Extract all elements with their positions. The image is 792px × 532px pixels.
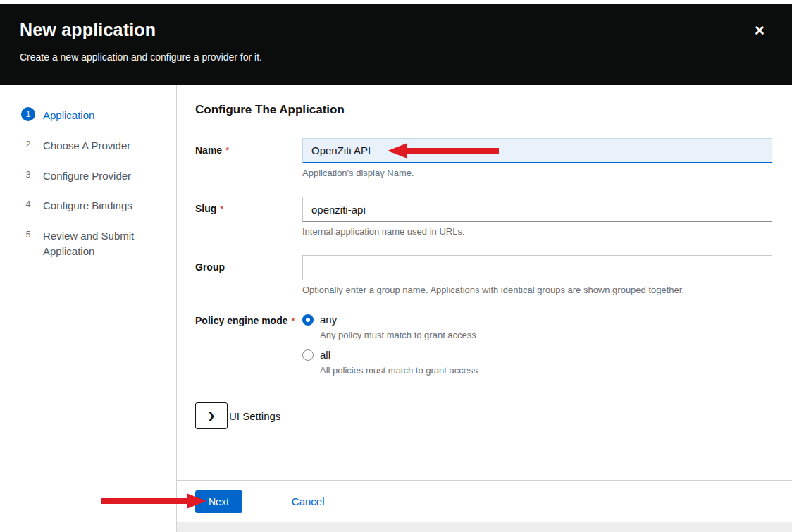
group-label: Group	[195, 255, 302, 295]
cancel-link[interactable]: Cancel	[292, 495, 325, 507]
wizard-step-configure-provider[interactable]: 3 Configure Provider	[21, 161, 165, 191]
modal-description: Create a new application and configure a…	[20, 51, 772, 63]
slug-helper-text: Internal application name used in URLs.	[302, 226, 772, 237]
step-label: Configure Provider	[43, 168, 131, 184]
step-number: 4	[21, 197, 35, 211]
step-number: 2	[21, 137, 35, 151]
radio-all-unselected[interactable]	[302, 349, 314, 361]
next-button[interactable]: Next	[195, 490, 242, 513]
new-application-modal: New application Create a new application…	[0, 0, 792, 532]
step-number: 3	[21, 168, 35, 182]
page-title: Configure The Application	[195, 103, 772, 117]
modal-title: New application	[20, 20, 772, 40]
name-label: Name*	[195, 138, 302, 178]
slug-field[interactable]	[302, 197, 772, 222]
ui-settings-expand-button[interactable]: ❯	[195, 402, 228, 429]
form-content: Configure The Application Name* Applicat…	[177, 85, 792, 480]
wizard-steps-nav: 1 Application 2 Choose A Provider 3 Conf…	[0, 85, 177, 532]
modal-header: New application Create a new application…	[0, 4, 792, 85]
close-icon[interactable]: ✕	[754, 24, 765, 37]
radio-option-all[interactable]: all	[302, 349, 772, 361]
ui-settings-label: UI Settings	[229, 410, 280, 422]
ui-settings-section: ❯ UI Settings	[195, 402, 772, 429]
chevron-right-icon: ❯	[208, 411, 215, 421]
wizard-step-review-submit[interactable]: 5 Review and Submit Application	[21, 221, 165, 266]
radio-any-helper-text: Any policy must match to grant access	[320, 330, 772, 340]
modal-footer: Next Cancel	[177, 480, 792, 522]
form-row-policy-engine-mode: Policy engine mode* any Any policy must …	[195, 314, 772, 384]
main-column: Configure The Application Name* Applicat…	[177, 85, 792, 532]
step-label: Choose A Provider	[43, 137, 130, 154]
wizard-step-configure-bindings[interactable]: 4 Configure Bindings	[21, 190, 165, 221]
group-helper-text: Optionally enter a group name. Applicati…	[302, 285, 772, 295]
form-row-slug: Slug* Internal application name used in …	[195, 197, 772, 237]
step-number: 5	[21, 228, 35, 242]
form-row-group: Group Optionally enter a group name. App…	[195, 255, 772, 295]
wizard-step-application[interactable]: 1 Application	[21, 100, 165, 130]
name-helper-text: Application's display Name.	[302, 168, 772, 178]
modal-body: 1 Application 2 Choose A Provider 3 Conf…	[0, 85, 792, 532]
step-label: Configure Bindings	[43, 197, 132, 214]
radio-all-label[interactable]: all	[320, 349, 330, 361]
step-number: 1	[21, 107, 35, 121]
required-asterisk: *	[220, 204, 223, 214]
policy-engine-mode-label: Policy engine mode*	[195, 314, 302, 384]
wizard-step-choose-provider[interactable]: 2 Choose A Provider	[21, 130, 165, 161]
step-label: Application	[43, 107, 94, 123]
required-asterisk: *	[291, 316, 295, 326]
radio-any-selected[interactable]	[302, 314, 314, 326]
group-field[interactable]	[302, 255, 772, 280]
radio-any-label[interactable]: any	[320, 314, 337, 326]
form-row-name: Name* Application's display Name.	[195, 138, 772, 178]
page-background-strip	[177, 522, 792, 532]
required-asterisk: *	[225, 145, 229, 156]
radio-option-any[interactable]: any	[302, 314, 772, 326]
name-field[interactable]	[302, 138, 772, 163]
step-label: Review and Submit Application	[43, 228, 165, 259]
radio-all-helper-text: All policies must match to grant access	[320, 365, 772, 376]
slug-label: Slug*	[195, 197, 302, 237]
